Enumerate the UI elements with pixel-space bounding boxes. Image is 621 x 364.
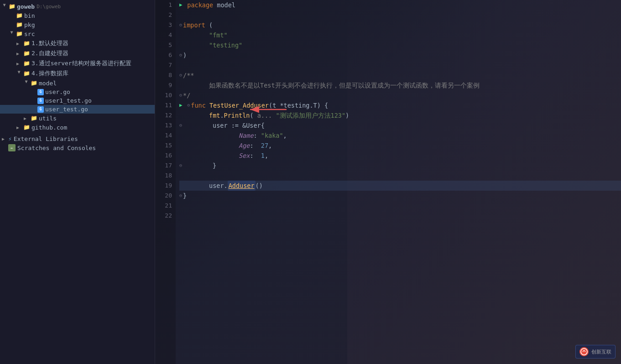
struct-field: Sex: [239, 151, 250, 161]
keyword: package: [187, 0, 213, 10]
tree-arrow: ▶: [10, 31, 15, 36]
sidebar-item-model[interactable]: ▶ 📁 model: [0, 78, 155, 88]
fold-icon: ⊖: [179, 70, 182, 80]
tree-arrow: ▶: [16, 125, 22, 130]
run-arrow-icon: ▶: [179, 0, 185, 10]
fold-icon: ⊖: [179, 90, 182, 100]
keyword: import: [183, 20, 205, 30]
fold-icon: ⊖: [179, 161, 182, 171]
code-line: [179, 10, 621, 20]
folder-icon: 📁: [16, 21, 23, 28]
go-file-icon: G: [37, 106, 44, 113]
sidebar-item-pkg[interactable]: 📁 pkg: [0, 20, 155, 29]
code-line: ⊖ }: [179, 191, 621, 201]
scratches-icon: ✏: [8, 144, 16, 151]
number-literal: 1: [261, 151, 265, 161]
sidebar-item-src[interactable]: ▶ 📁 src: [0, 29, 155, 38]
folder-icon: 📁: [23, 50, 30, 57]
code-editor: 12345 678910 1112131415 1617181920 2122 …: [155, 0, 621, 364]
tree-arrow: ▶: [16, 61, 22, 66]
folder-icon: 📁: [23, 124, 30, 131]
folder-icon: 📁: [16, 12, 23, 19]
folder-icon: 📁: [30, 114, 37, 122]
number-literal: 27: [261, 140, 268, 151]
watermark: 创新互联: [575, 345, 616, 359]
code-lines: ▶ package model ⊖ import ( "fmt": [176, 0, 621, 364]
sidebar-item-bin[interactable]: 📁 bin: [0, 11, 155, 20]
fold-icon: ⊖: [187, 100, 190, 110]
code-content[interactable]: 12345 678910 1112131415 1617181920 2122 …: [155, 0, 621, 364]
method-call: Adduser: [228, 181, 256, 191]
run-arrow-icon: ▶: [179, 100, 185, 110]
code-line: ⊖ /**: [179, 70, 621, 80]
string-literal: "testing": [209, 40, 242, 50]
folder-icon: 📁: [30, 79, 37, 87]
sidebar-item-external-libraries[interactable]: ▶ ⚡ External Libraries: [0, 135, 155, 143]
sidebar-label: 3.通过server结构对服务器进行配置: [31, 59, 131, 68]
sidebar-label: user_test.go: [45, 106, 88, 113]
fold-icon: ⊖: [179, 50, 182, 60]
sidebar-label: 2.自建处理器: [31, 49, 68, 57]
sidebar-label: github.com: [31, 124, 67, 131]
code-line: ⊖ }: [179, 161, 621, 171]
code-line: Age : 27 ,: [179, 140, 621, 151]
go-file-icon: G: [37, 89, 44, 95]
sidebar-label: goweb: [17, 3, 35, 10]
code-line: Name : "kaka" ,: [179, 130, 621, 140]
tree-arrow: ▶: [16, 41, 22, 46]
code-line: ⊖ */: [179, 90, 621, 100]
folder-icon: 📁: [23, 60, 30, 67]
sidebar-path: D:\goweb: [37, 4, 61, 10]
code-line: [179, 201, 621, 211]
sidebar-item-user-go[interactable]: ▶ G user.go: [0, 88, 155, 96]
svg-point-2: [581, 348, 587, 355]
code-line: [179, 60, 621, 70]
sidebar-label: utils: [39, 115, 57, 122]
sidebar-item-user-test-go[interactable]: ▶ G user_test.go: [0, 105, 155, 114]
sidebar-item-server-config[interactable]: ▶ 📁 3.通过server结构对服务器进行配置: [0, 58, 155, 68]
keyword: func: [191, 100, 206, 110]
code-line: ⊖ import (: [179, 20, 621, 30]
fold-icon: ⊖: [179, 20, 182, 30]
comment: a...: [257, 110, 272, 120]
code-line: 如果函数名不是以Test开头则不会进行执行，但是可以设置成为一个测试函数，请看另…: [179, 80, 621, 90]
sidebar-label: bin: [24, 12, 35, 19]
sidebar-item-scratches[interactable]: ▶ ✏ Scratches and Consoles: [0, 143, 155, 152]
sidebar-label: model: [39, 80, 57, 87]
sidebar-item-goweb[interactable]: ▶ 📁 goweb D:\goweb: [0, 2, 155, 11]
line-numbers: 12345 678910 1112131415 1617181920 2122: [155, 0, 176, 364]
string-literal: "fmt": [209, 30, 228, 40]
file-tree: ▶ 📁 goweb D:\goweb 📁 bin 📁 pkg ▶ 📁 src ▶…: [0, 0, 155, 364]
folder-icon: 📁: [23, 40, 30, 47]
sidebar-label: user.go: [45, 88, 70, 95]
sidebar-label: 1.默认处理器: [31, 39, 68, 47]
code-line-highlighted: user. Adduser (): [179, 181, 621, 191]
code-line: [179, 211, 621, 221]
fold-icon: ⊖: [179, 120, 182, 130]
folder-icon: 📁: [16, 30, 23, 37]
struct-field: Age: [239, 140, 250, 151]
sidebar-item-custom-handler[interactable]: ▶ 📁 2.自建处理器: [0, 48, 155, 58]
function-name: TestUser_Adduser: [209, 100, 269, 110]
sidebar-item-user1-test-go[interactable]: ▶ G user1_test.go: [0, 96, 155, 105]
code-line: ⊖ user := & User {: [179, 120, 621, 130]
comment: 如果函数名不是以Test开头则不会进行执行，但是可以设置成为一个测试函数，请看另…: [179, 80, 480, 90]
sidebar-item-utils[interactable]: ▶ 📁 utils: [0, 114, 155, 123]
code-line: "testing": [179, 40, 621, 50]
function-call: fmt: [209, 110, 220, 120]
code-line: [179, 171, 621, 181]
folder-icon: 📁: [8, 3, 16, 10]
tree-arrow: ▶: [2, 4, 7, 9]
tree-arrow: ▶: [24, 116, 29, 121]
code-line: Sex : 1 ,: [179, 151, 621, 161]
sidebar-label: External Libraries: [14, 135, 78, 142]
sidebar-label: user1_test.go: [45, 97, 92, 104]
sidebar-item-github-com[interactable]: ▶ 📁 github.com: [0, 123, 155, 132]
code-line: ▶ ⊖ func TestUser_Adduser ( t * testing …: [179, 100, 621, 110]
code-line: ▶ package model: [179, 0, 621, 10]
comment: /**: [183, 70, 194, 80]
sidebar-item-default-handler[interactable]: ▶ 📁 1.默认处理器: [0, 38, 155, 48]
sidebar-item-db-ops[interactable]: ▶ 📁 4.操作数据库: [0, 68, 155, 78]
watermark-text: 创新互联: [591, 348, 611, 355]
sidebar-label: pkg: [24, 21, 35, 28]
